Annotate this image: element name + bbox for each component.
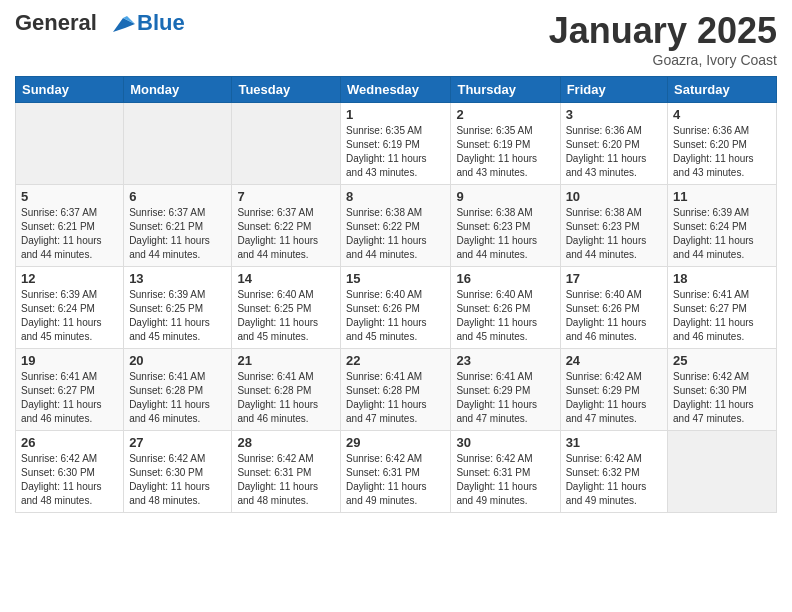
day-info: Sunrise: 6:36 AM Sunset: 6:20 PM Dayligh… (673, 124, 771, 180)
day-info: Sunrise: 6:37 AM Sunset: 6:22 PM Dayligh… (237, 206, 335, 262)
table-row (668, 431, 777, 513)
day-number: 14 (237, 271, 335, 286)
day-info: Sunrise: 6:37 AM Sunset: 6:21 PM Dayligh… (21, 206, 118, 262)
day-number: 28 (237, 435, 335, 450)
table-row: 23Sunrise: 6:41 AM Sunset: 6:29 PM Dayli… (451, 349, 560, 431)
day-info: Sunrise: 6:40 AM Sunset: 6:25 PM Dayligh… (237, 288, 335, 344)
day-number: 9 (456, 189, 554, 204)
table-row: 1Sunrise: 6:35 AM Sunset: 6:19 PM Daylig… (341, 103, 451, 185)
logo-bird-icon (105, 14, 135, 36)
table-row: 24Sunrise: 6:42 AM Sunset: 6:29 PM Dayli… (560, 349, 667, 431)
table-row: 26Sunrise: 6:42 AM Sunset: 6:30 PM Dayli… (16, 431, 124, 513)
table-row: 3Sunrise: 6:36 AM Sunset: 6:20 PM Daylig… (560, 103, 667, 185)
col-monday: Monday (124, 77, 232, 103)
day-info: Sunrise: 6:42 AM Sunset: 6:30 PM Dayligh… (673, 370, 771, 426)
day-number: 25 (673, 353, 771, 368)
day-info: Sunrise: 6:40 AM Sunset: 6:26 PM Dayligh… (566, 288, 662, 344)
col-friday: Friday (560, 77, 667, 103)
day-info: Sunrise: 6:35 AM Sunset: 6:19 PM Dayligh… (456, 124, 554, 180)
day-info: Sunrise: 6:41 AM Sunset: 6:27 PM Dayligh… (21, 370, 118, 426)
day-info: Sunrise: 6:41 AM Sunset: 6:29 PM Dayligh… (456, 370, 554, 426)
table-row: 11Sunrise: 6:39 AM Sunset: 6:24 PM Dayli… (668, 185, 777, 267)
day-number: 31 (566, 435, 662, 450)
table-row: 20Sunrise: 6:41 AM Sunset: 6:28 PM Dayli… (124, 349, 232, 431)
calendar-week-row: 1Sunrise: 6:35 AM Sunset: 6:19 PM Daylig… (16, 103, 777, 185)
table-row (16, 103, 124, 185)
table-row: 5Sunrise: 6:37 AM Sunset: 6:21 PM Daylig… (16, 185, 124, 267)
day-info: Sunrise: 6:39 AM Sunset: 6:24 PM Dayligh… (673, 206, 771, 262)
day-number: 10 (566, 189, 662, 204)
table-row: 19Sunrise: 6:41 AM Sunset: 6:27 PM Dayli… (16, 349, 124, 431)
table-row: 30Sunrise: 6:42 AM Sunset: 6:31 PM Dayli… (451, 431, 560, 513)
location: Goazra, Ivory Coast (549, 52, 777, 68)
table-row: 14Sunrise: 6:40 AM Sunset: 6:25 PM Dayli… (232, 267, 341, 349)
day-number: 4 (673, 107, 771, 122)
day-number: 24 (566, 353, 662, 368)
col-tuesday: Tuesday (232, 77, 341, 103)
title-block: January 2025 Goazra, Ivory Coast (549, 10, 777, 68)
month-title: January 2025 (549, 10, 777, 52)
table-row: 21Sunrise: 6:41 AM Sunset: 6:28 PM Dayli… (232, 349, 341, 431)
day-info: Sunrise: 6:42 AM Sunset: 6:30 PM Dayligh… (21, 452, 118, 508)
day-info: Sunrise: 6:37 AM Sunset: 6:21 PM Dayligh… (129, 206, 226, 262)
table-row: 2Sunrise: 6:35 AM Sunset: 6:19 PM Daylig… (451, 103, 560, 185)
calendar-header-row: Sunday Monday Tuesday Wednesday Thursday… (16, 77, 777, 103)
day-info: Sunrise: 6:42 AM Sunset: 6:31 PM Dayligh… (456, 452, 554, 508)
calendar-week-row: 12Sunrise: 6:39 AM Sunset: 6:24 PM Dayli… (16, 267, 777, 349)
logo-text: General Blue (15, 10, 185, 36)
table-row: 27Sunrise: 6:42 AM Sunset: 6:30 PM Dayli… (124, 431, 232, 513)
day-info: Sunrise: 6:41 AM Sunset: 6:28 PM Dayligh… (129, 370, 226, 426)
logo-blue: Blue (137, 10, 185, 36)
day-number: 12 (21, 271, 118, 286)
day-number: 30 (456, 435, 554, 450)
day-info: Sunrise: 6:41 AM Sunset: 6:28 PM Dayligh… (346, 370, 445, 426)
day-number: 15 (346, 271, 445, 286)
day-info: Sunrise: 6:42 AM Sunset: 6:30 PM Dayligh… (129, 452, 226, 508)
day-number: 17 (566, 271, 662, 286)
table-row (232, 103, 341, 185)
table-row: 13Sunrise: 6:39 AM Sunset: 6:25 PM Dayli… (124, 267, 232, 349)
calendar: Sunday Monday Tuesday Wednesday Thursday… (15, 76, 777, 513)
day-number: 5 (21, 189, 118, 204)
table-row: 31Sunrise: 6:42 AM Sunset: 6:32 PM Dayli… (560, 431, 667, 513)
table-row: 28Sunrise: 6:42 AM Sunset: 6:31 PM Dayli… (232, 431, 341, 513)
day-number: 27 (129, 435, 226, 450)
day-number: 6 (129, 189, 226, 204)
day-info: Sunrise: 6:40 AM Sunset: 6:26 PM Dayligh… (456, 288, 554, 344)
col-saturday: Saturday (668, 77, 777, 103)
table-row: 15Sunrise: 6:40 AM Sunset: 6:26 PM Dayli… (341, 267, 451, 349)
day-number: 29 (346, 435, 445, 450)
day-info: Sunrise: 6:42 AM Sunset: 6:31 PM Dayligh… (237, 452, 335, 508)
day-number: 16 (456, 271, 554, 286)
svg-marker-0 (113, 18, 135, 32)
col-thursday: Thursday (451, 77, 560, 103)
table-row: 16Sunrise: 6:40 AM Sunset: 6:26 PM Dayli… (451, 267, 560, 349)
calendar-week-row: 26Sunrise: 6:42 AM Sunset: 6:30 PM Dayli… (16, 431, 777, 513)
day-number: 8 (346, 189, 445, 204)
day-info: Sunrise: 6:35 AM Sunset: 6:19 PM Dayligh… (346, 124, 445, 180)
table-row: 4Sunrise: 6:36 AM Sunset: 6:20 PM Daylig… (668, 103, 777, 185)
page: General Blue January 2025 Goazra, Ivory … (0, 0, 792, 612)
day-number: 1 (346, 107, 445, 122)
day-number: 7 (237, 189, 335, 204)
day-info: Sunrise: 6:38 AM Sunset: 6:23 PM Dayligh… (566, 206, 662, 262)
day-info: Sunrise: 6:39 AM Sunset: 6:24 PM Dayligh… (21, 288, 118, 344)
day-number: 19 (21, 353, 118, 368)
table-row: 25Sunrise: 6:42 AM Sunset: 6:30 PM Dayli… (668, 349, 777, 431)
logo-general: General (15, 10, 97, 35)
table-row: 18Sunrise: 6:41 AM Sunset: 6:27 PM Dayli… (668, 267, 777, 349)
table-row: 22Sunrise: 6:41 AM Sunset: 6:28 PM Dayli… (341, 349, 451, 431)
calendar-body: 1Sunrise: 6:35 AM Sunset: 6:19 PM Daylig… (16, 103, 777, 513)
day-info: Sunrise: 6:41 AM Sunset: 6:28 PM Dayligh… (237, 370, 335, 426)
day-number: 18 (673, 271, 771, 286)
day-number: 22 (346, 353, 445, 368)
calendar-week-row: 19Sunrise: 6:41 AM Sunset: 6:27 PM Dayli… (16, 349, 777, 431)
table-row: 6Sunrise: 6:37 AM Sunset: 6:21 PM Daylig… (124, 185, 232, 267)
day-number: 3 (566, 107, 662, 122)
day-info: Sunrise: 6:41 AM Sunset: 6:27 PM Dayligh… (673, 288, 771, 344)
table-row: 17Sunrise: 6:40 AM Sunset: 6:26 PM Dayli… (560, 267, 667, 349)
header: General Blue January 2025 Goazra, Ivory … (15, 10, 777, 68)
day-number: 23 (456, 353, 554, 368)
day-info: Sunrise: 6:38 AM Sunset: 6:22 PM Dayligh… (346, 206, 445, 262)
day-info: Sunrise: 6:42 AM Sunset: 6:29 PM Dayligh… (566, 370, 662, 426)
